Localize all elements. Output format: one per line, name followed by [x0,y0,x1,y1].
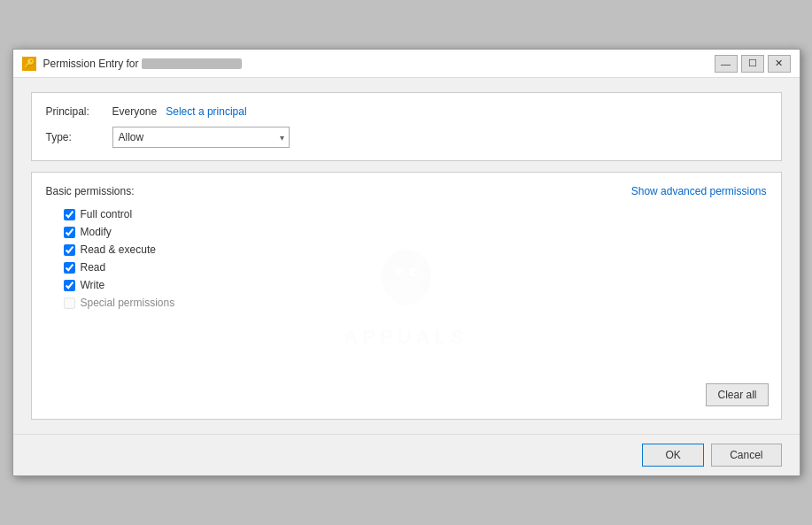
checkbox-modify[interactable]: Modify [64,226,767,238]
principal-label: Principal: [46,105,112,118]
type-select-wrapper: Allow Deny ▾ [112,127,290,148]
checkbox-special-permissions-label: Special permissions [81,297,175,309]
checkbox-modify-input[interactable] [64,227,75,238]
checkbox-special-permissions[interactable]: Special permissions [64,297,767,309]
permissions-header: Basic permissions: Show advanced permiss… [46,185,767,197]
maximize-button[interactable]: ☐ [741,55,764,73]
show-advanced-link[interactable]: Show advanced permissions [631,185,767,197]
principal-type-section: Principal: Everyone Select a principal T… [31,92,782,161]
dialog-icon: 🔑 [22,57,36,71]
checkbox-special-permissions-input [64,297,75,309]
type-row: Type: Allow Deny ▾ [46,127,767,148]
type-label: Type: [46,131,112,143]
title-bar-controls: — ☐ ✕ [715,55,791,73]
checkbox-full-control-input[interactable] [64,209,75,220]
checkbox-full-control-label: Full control [81,208,133,220]
checkbox-write-label: Write [81,279,105,291]
checkbox-modify-label: Modify [81,226,112,238]
title-bar-left: 🔑 Permission Entry for ■■■ ■■■■■■■■■■■■■ [22,57,243,71]
select-principal-link[interactable]: Select a principal [166,105,246,118]
dialog-body: Principal: Everyone Select a principal T… [13,78,800,434]
principal-row: Principal: Everyone Select a principal [46,105,767,118]
checkbox-read[interactable]: Read [64,261,767,274]
dialog-footer: OK Cancel [13,434,800,475]
checkbox-write[interactable]: Write [64,279,767,291]
close-button[interactable]: ✕ [768,55,791,73]
checkbox-read-execute[interactable]: Read & execute [64,243,767,256]
ok-button[interactable]: OK [642,444,704,467]
checkbox-read-execute-label: Read & execute [81,243,156,256]
clear-all-button[interactable]: Clear all [706,383,768,406]
dialog-title: Permission Entry for ■■■ ■■■■■■■■■■■■■ [43,58,243,70]
principal-value: Everyone [112,105,158,118]
checkbox-write-input[interactable] [64,280,75,291]
checkbox-full-control[interactable]: Full control [64,208,767,220]
title-blurred-text: ■■■ ■■■■■■■■■■■■■ [142,58,242,69]
checkbox-read-input[interactable] [64,262,75,274]
minimize-button[interactable]: — [715,55,738,73]
cancel-button[interactable]: Cancel [711,444,781,467]
checkbox-read-execute-input[interactable] [64,244,75,256]
permission-entry-dialog: 🔑 Permission Entry for ■■■ ■■■■■■■■■■■■■… [12,49,800,476]
checkbox-list: Full control Modify Read & execute Read … [64,208,767,309]
title-bar: 🔑 Permission Entry for ■■■ ■■■■■■■■■■■■■… [13,50,800,78]
permissions-title: Basic permissions: [46,185,135,197]
type-select[interactable]: Allow Deny [112,127,290,148]
permissions-section: Basic permissions: Show advanced permiss… [31,172,782,420]
checkbox-read-label: Read [81,261,106,274]
